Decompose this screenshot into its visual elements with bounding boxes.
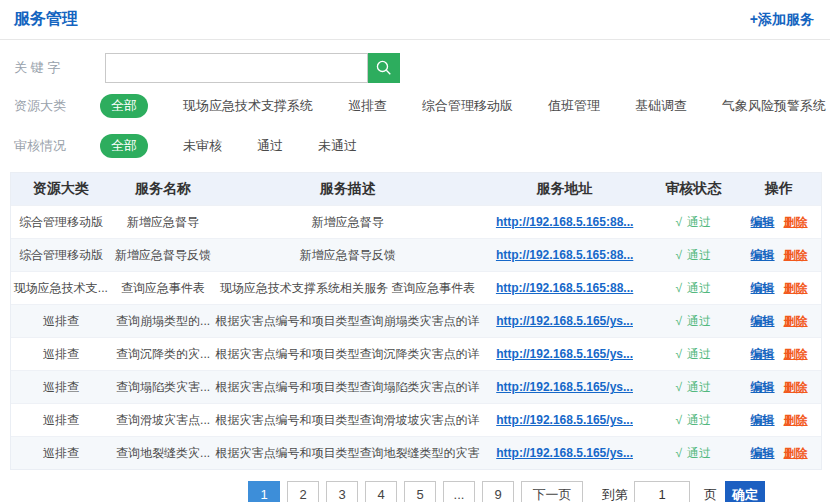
check-mark-icon: √ [676,215,683,229]
delete-link[interactable]: 删除 [784,313,808,330]
service-url-link[interactable]: http://192.168.5.165/ys... [496,413,633,427]
add-service-button[interactable]: +添加服务 [750,11,814,29]
delete-link[interactable]: 删除 [784,412,808,429]
cell-service-desc: 现场应急技术支撑系统相关服务 查询应急事件表 [215,280,479,297]
page-title: 服务管理 [14,9,78,30]
cell-service-name: 查询地裂缝类灾... [111,445,216,462]
goto-page-input[interactable] [634,481,690,502]
filter-resource-duty-mgmt[interactable]: 值班管理 [548,97,600,115]
delete-link[interactable]: 删除 [784,379,808,396]
filter-row-resource-type: 资源大类 全部 现场应急技术支撑系统 巡排查 综合管理移动版 值班管理 基础调查… [14,94,830,118]
service-url-link[interactable]: http://192.168.5.165:88... [496,215,633,229]
header-actions: 操作 [737,180,821,198]
header-service-url: 服务地址 [480,180,650,198]
confirm-button[interactable]: 确定 [725,481,765,502]
filter-resource-weather-warning[interactable]: 气象风险预警系统 [722,97,826,115]
cell-resource-type: 综合管理移动版 [11,247,111,264]
edit-link[interactable]: 编辑 [751,379,775,396]
status-text: 通过 [687,281,711,295]
header-audit-status: 审核状态 [649,180,737,198]
edit-link[interactable]: 编辑 [751,214,775,231]
magnifier-icon [375,59,393,77]
goto-page-prefix: 到第 [602,481,628,502]
edit-link[interactable]: 编辑 [751,247,775,264]
filter-label-audit-status: 审核情况 [14,137,68,155]
check-mark-icon: √ [676,347,683,361]
next-page-button[interactable]: 下一页 [521,481,583,502]
cell-service-desc: 根据灾害点编号和项目类型查询沉降类灾害点的详... [215,346,479,363]
cell-service-desc: 根据灾害点编号和项目类型查询崩塌类灾害点的详... [215,313,479,330]
cell-resource-type: 综合管理移动版 [11,214,111,231]
check-mark-icon: √ [676,380,683,394]
check-mark-icon: √ [676,248,683,262]
page-button-4[interactable]: 4 [365,481,397,502]
delete-link[interactable]: 删除 [784,214,808,231]
cell-resource-type: 巡排查 [11,313,111,330]
filter-resource-basic-survey[interactable]: 基础调查 [635,97,687,115]
filter-audit-passed[interactable]: 通过 [257,137,283,155]
search-button[interactable] [368,53,400,83]
audit-status-options: 全部 未审核 通过 未通过 [100,134,357,158]
cell-service-name: 新增应急督导反馈 [111,247,216,264]
page-button-5[interactable]: 5 [404,481,436,502]
filter-resource-mobile-mgmt[interactable]: 综合管理移动版 [422,97,513,115]
table-row: 综合管理移动版 新增应急督导 新增应急督导 http://192.168.5.1… [11,205,821,238]
service-url-link[interactable]: http://192.168.5.165/ys... [496,446,633,460]
header-service-name: 服务名称 [111,180,216,198]
table-row: 综合管理移动版 新增应急督导反馈 新增应急督导反馈 http://192.168… [11,238,821,271]
status-text: 通过 [687,215,711,229]
table-body: 综合管理移动版 新增应急督导 新增应急督导 http://192.168.5.1… [11,205,821,469]
filter-audit-failed[interactable]: 未通过 [318,137,357,155]
status-text: 通过 [687,248,711,262]
page-button-3[interactable]: 3 [326,481,358,502]
edit-link[interactable]: 编辑 [751,346,775,363]
pagination: 1 2 3 4 5 ... 9 下一页 到第 页 确定 [248,481,765,502]
cell-resource-type: 现场应急技术支... [11,280,111,297]
delete-link[interactable]: 删除 [784,346,808,363]
page-button-ellipsis[interactable]: ... [443,481,475,502]
cell-service-name: 查询滑坡灾害点... [111,412,216,429]
cell-service-desc: 根据灾害点编号和项目类型查询滑坡坡灾害点的详... [215,412,479,429]
edit-link[interactable]: 编辑 [751,445,775,462]
page-button-9[interactable]: 9 [482,481,514,502]
check-mark-icon: √ [676,413,683,427]
service-url-link[interactable]: http://192.168.5.165/ys... [496,314,633,328]
filter-row-audit-status: 审核情况 全部 未审核 通过 未通过 [14,134,830,158]
filter-resource-all[interactable]: 全部 [100,94,148,118]
edit-link[interactable]: 编辑 [751,412,775,429]
search-input[interactable] [105,53,368,83]
status-text: 通过 [687,413,711,427]
delete-link[interactable]: 删除 [784,247,808,264]
filter-audit-all[interactable]: 全部 [100,134,148,158]
cell-resource-type: 巡排查 [11,412,111,429]
service-url-link[interactable]: http://192.168.5.165/ys... [496,380,633,394]
cell-service-name: 查询崩塌类型的... [111,313,216,330]
edit-link[interactable]: 编辑 [751,313,775,330]
filter-audit-unreviewed[interactable]: 未审核 [183,137,222,155]
table-header-row: 资源大类 服务名称 服务描述 服务地址 审核状态 操作 [11,173,821,205]
check-mark-icon: √ [676,314,683,328]
page-button-1[interactable]: 1 [248,481,280,502]
goto-page-suffix: 页 [704,481,717,502]
keyword-label: 关 键 字 [14,59,66,77]
service-url-link[interactable]: http://192.168.5.165/ys... [496,347,633,361]
edit-link[interactable]: 编辑 [751,280,775,297]
cell-resource-type: 巡排查 [11,346,111,363]
table-row: 巡排查 查询沉降类的灾... 根据灾害点编号和项目类型查询沉降类灾害点的详...… [11,337,821,370]
delete-link[interactable]: 删除 [784,280,808,297]
filter-resource-onsite-emergency[interactable]: 现场应急技术支撑系统 [183,97,313,115]
cell-service-desc: 新增应急督导反馈 [215,247,479,264]
status-text: 通过 [687,347,711,361]
filter-resource-patrol[interactable]: 巡排查 [348,97,387,115]
service-url-link[interactable]: http://192.168.5.165:88... [496,248,633,262]
table-row: 巡排查 查询地裂缝类灾... 根据灾害点编号和项目类型查询地裂缝类型的灾害...… [11,436,821,469]
table-row: 巡排查 查询滑坡灾害点... 根据灾害点编号和项目类型查询滑坡坡灾害点的详...… [11,403,821,436]
page-button-2[interactable]: 2 [287,481,319,502]
delete-link[interactable]: 删除 [784,445,808,462]
resource-type-options: 全部 现场应急技术支撑系统 巡排查 综合管理移动版 值班管理 基础调查 气象风险… [100,94,826,118]
cell-service-name: 查询应急事件表 [111,280,216,297]
service-url-link[interactable]: http://192.168.5.165:88... [496,281,633,295]
cell-service-name: 查询沉降类的灾... [111,346,216,363]
search-row: 关 键 字 [14,53,830,83]
status-text: 通过 [687,380,711,394]
